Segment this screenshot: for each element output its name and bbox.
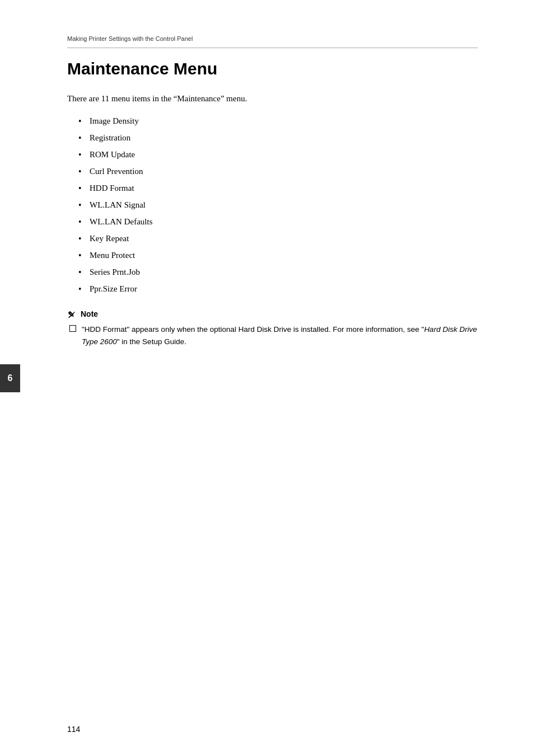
note-section: ✎ Note "HDD Format" appears only when th…: [67, 309, 478, 348]
menu-items-list: Image Density Registration ROM Update Cu…: [78, 114, 478, 295]
note-text-before: "HDD Format" appears only when the optio…: [82, 325, 424, 334]
note-header: ✎ Note: [67, 309, 478, 319]
note-icon: ✎: [67, 309, 77, 319]
list-item: Menu Protect: [78, 248, 478, 262]
chapter-number: 6: [8, 373, 13, 383]
list-item: Key Repeat: [78, 232, 478, 245]
intro-text: There are 11 menu items in the “Maintena…: [67, 92, 478, 105]
list-item: Image Density: [78, 114, 478, 128]
note-label: Note: [81, 309, 98, 318]
list-item: Ppr.Size Error: [78, 282, 478, 295]
note-checkbox-icon: [69, 325, 76, 332]
breadcrumb: Making Printer Settings with the Control…: [67, 34, 478, 48]
note-text: "HDD Format" appears only when the optio…: [82, 323, 478, 348]
list-item: Curl Prevention: [78, 165, 478, 178]
page-title: Maintenance Menu: [67, 59, 478, 78]
list-item: HDD Format: [78, 181, 478, 195]
list-item: WL.LAN Signal: [78, 198, 478, 212]
chapter-tab: 6: [0, 364, 20, 392]
breadcrumb-text: Making Printer Settings with the Control…: [67, 35, 193, 42]
list-item: ROM Update: [78, 148, 478, 161]
list-item: WL.LAN Defaults: [78, 215, 478, 228]
svg-text:✎: ✎: [68, 311, 74, 319]
list-item: Series Prnt.Job: [78, 265, 478, 279]
note-text-after: " in the Setup Guide.: [117, 337, 186, 346]
page-number: 114: [67, 725, 80, 734]
note-item: "HDD Format" appears only when the optio…: [69, 323, 478, 348]
page-container: Making Printer Settings with the Control…: [0, 0, 534, 756]
list-item: Registration: [78, 131, 478, 144]
